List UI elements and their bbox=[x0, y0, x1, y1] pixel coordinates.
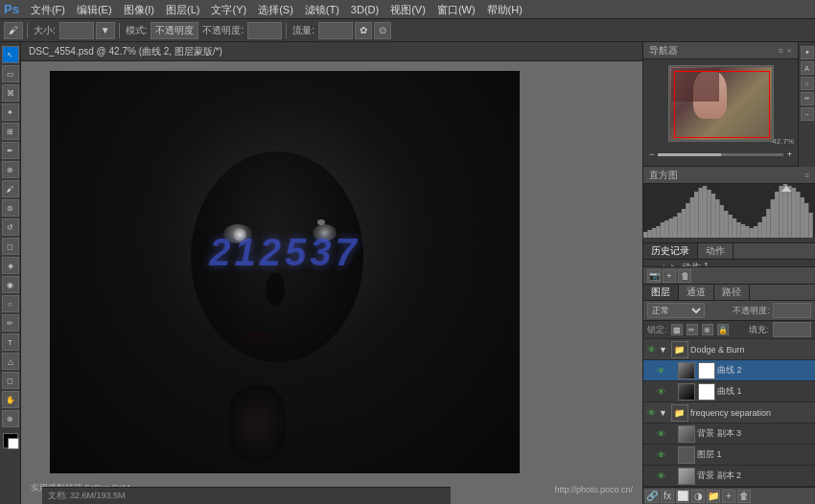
mini-tool-a[interactable]: A bbox=[801, 61, 814, 75]
tab-history[interactable]: 历史记录 bbox=[643, 243, 698, 259]
histogram-icons: ≡ bbox=[804, 171, 809, 180]
layers-fill-input[interactable]: 100% bbox=[773, 322, 811, 337]
menu-edit[interactable]: 编辑(E) bbox=[71, 0, 118, 19]
new-snapshot-btn[interactable]: 📷 bbox=[647, 269, 661, 283]
history-item-action1[interactable]: ✓ ▶ 动作 1 bbox=[643, 260, 815, 266]
layer-thumb-curve2 bbox=[678, 362, 695, 379]
zoom-in-icon[interactable]: + bbox=[787, 149, 792, 159]
histogram-menu-icon[interactable]: ≡ bbox=[804, 171, 809, 180]
layers-opacity-input[interactable]: 100% bbox=[773, 303, 811, 318]
lock-paint-btn[interactable]: ✏ bbox=[687, 324, 698, 335]
tool-heal[interactable]: ⊕ bbox=[2, 161, 19, 178]
menu-help[interactable]: 帮助(H) bbox=[481, 0, 528, 19]
navigator-menu-icon[interactable]: ≡ bbox=[778, 46, 782, 56]
blend-mode-select[interactable]: 正常 bbox=[647, 303, 705, 318]
menu-image[interactable]: 图像(I) bbox=[118, 0, 160, 19]
menu-view[interactable]: 视图(V) bbox=[384, 0, 431, 19]
layer-vis-5[interactable]: 👁 bbox=[655, 428, 666, 440]
canvas-filename: DSC_4554.psd @ 42.7% (曲线 2, 图层蒙版/*) bbox=[29, 45, 222, 58]
layer-vis-7[interactable]: 👁 bbox=[655, 470, 666, 482]
menu-file[interactable]: 文件(F) bbox=[25, 0, 71, 19]
tool-blur[interactable]: ◉ bbox=[2, 276, 19, 293]
lock-all-btn[interactable]: 🔒 bbox=[717, 324, 729, 335]
flow-input[interactable]: 100% bbox=[318, 22, 353, 39]
zoom-slider[interactable] bbox=[658, 153, 782, 156]
tool-path[interactable]: △ bbox=[2, 353, 19, 370]
menu-layer[interactable]: 图层(L) bbox=[160, 0, 205, 19]
delete-state-btn[interactable]: 🗑 bbox=[678, 269, 691, 283]
menu-3d[interactable]: 3D(D) bbox=[345, 0, 384, 19]
tool-pen[interactable]: ✏ bbox=[2, 314, 19, 332]
tool-shape[interactable]: ◻ bbox=[2, 372, 19, 389]
navigator-zoom-value: 42.7% bbox=[772, 137, 794, 146]
add-mask-btn[interactable]: ⬜ bbox=[676, 490, 689, 503]
tool-lasso[interactable]: ⌘ bbox=[2, 84, 19, 102]
mini-tool-brush2[interactable]: ✏ bbox=[801, 92, 814, 105]
svg-rect-15 bbox=[707, 190, 710, 238]
tool-move[interactable]: ↖ bbox=[2, 46, 19, 63]
canvas-content[interactable]: 212537 实用摄影技巧 FsBus.CoM http://photo.poc… bbox=[21, 61, 642, 504]
brush-tool-btn[interactable]: 🖌 bbox=[4, 22, 23, 39]
tab-layers[interactable]: 图层 bbox=[643, 285, 679, 300]
layer-vis-6[interactable]: 👁 bbox=[655, 449, 666, 461]
new-adj-layer-btn[interactable]: ◑ bbox=[691, 490, 705, 503]
zoom-out-icon[interactable]: − bbox=[649, 149, 654, 159]
tool-stamp[interactable]: ⊜ bbox=[2, 199, 19, 217]
tool-gradient[interactable]: ◈ bbox=[2, 257, 19, 274]
layer-vis-3[interactable]: 👁 bbox=[655, 386, 666, 398]
brush-preset-btn[interactable]: ▼ bbox=[96, 22, 115, 39]
pressure-btn[interactable]: ⊙ bbox=[374, 22, 391, 39]
add-style-btn[interactable]: fx bbox=[661, 490, 674, 503]
tool-wand[interactable]: ✦ bbox=[2, 103, 19, 121]
layer-group-freq-sep[interactable]: 👁 ▼ 📁 frequency separation bbox=[643, 402, 815, 424]
layer-bg-copy3[interactable]: 👁 背景 副本 3 bbox=[643, 424, 815, 445]
navigator-panel: 导航器 ≡ × 42.7% − bbox=[643, 42, 798, 167]
blend-mode-btn[interactable]: 不透明度 bbox=[151, 22, 198, 39]
foreground-color[interactable] bbox=[3, 433, 18, 448]
menu-filter[interactable]: 滤镜(T) bbox=[299, 0, 345, 19]
menu-select[interactable]: 选择(S) bbox=[252, 0, 299, 19]
new-layer-btn[interactable]: + bbox=[722, 490, 735, 503]
layer-vis-4[interactable]: 👁 bbox=[645, 407, 657, 419]
lock-transparent-btn[interactable]: ▩ bbox=[671, 324, 683, 335]
tool-text[interactable]: T bbox=[2, 333, 19, 351]
svg-rect-33 bbox=[783, 184, 787, 238]
tool-eraser[interactable]: ◻ bbox=[2, 238, 19, 255]
tool-marquee[interactable]: ▭ bbox=[2, 65, 19, 82]
opacity-input[interactable]: 84% bbox=[247, 22, 282, 39]
mini-tool-arrow[interactable]: → bbox=[801, 107, 814, 121]
navigator-close-icon[interactable]: × bbox=[787, 46, 792, 56]
tab-channels[interactable]: 通道 bbox=[679, 285, 714, 300]
layer-curve1[interactable]: 👁 曲线 1 bbox=[643, 381, 815, 402]
layer-curve2[interactable]: 👁 曲线 2 bbox=[643, 360, 815, 381]
svg-rect-6 bbox=[669, 218, 673, 238]
mini-tool-circle[interactable]: ○ bbox=[801, 77, 814, 90]
layer-vis-2[interactable]: 👁 bbox=[655, 365, 666, 377]
tool-crop[interactable]: ⊞ bbox=[2, 123, 19, 140]
menu-text[interactable]: 文字(Y) bbox=[205, 0, 252, 19]
lock-position-btn[interactable]: ⊕ bbox=[702, 324, 713, 335]
tab-paths[interactable]: 路径 bbox=[714, 285, 750, 300]
new-group-btn[interactable]: 📁 bbox=[707, 490, 720, 503]
layer-group-dodge-burn[interactable]: 👁 ▼ 📁 Dodge & Burn bbox=[643, 339, 815, 360]
link-layers-btn[interactable]: 🔗 bbox=[645, 490, 659, 503]
airbrush-btn[interactable]: ✿ bbox=[355, 22, 372, 39]
tool-brush[interactable]: 🖌 bbox=[2, 180, 19, 197]
layer-layer1[interactable]: 👁 图层 1 bbox=[643, 445, 815, 466]
brush-size-input[interactable]: 250 bbox=[59, 22, 94, 39]
create-new-btn[interactable]: + bbox=[663, 269, 676, 283]
delete-layer-btn[interactable]: 🗑 bbox=[737, 490, 751, 503]
tool-hand[interactable]: ✋ bbox=[2, 391, 19, 408]
tool-history[interactable]: ↺ bbox=[2, 218, 19, 236]
layer-vis-1[interactable]: 👁 bbox=[645, 344, 657, 355]
tab-actions[interactable]: 动作 bbox=[698, 243, 734, 259]
nav-viewport-box[interactable] bbox=[674, 71, 770, 138]
menu-window[interactable]: 窗口(W) bbox=[431, 0, 481, 19]
svg-rect-9 bbox=[682, 209, 686, 238]
mini-tool-star[interactable]: ✦ bbox=[801, 46, 814, 59]
background-color[interactable] bbox=[8, 438, 19, 449]
layer-bg-copy2[interactable]: 👁 背景 副本 2 bbox=[643, 466, 815, 487]
tool-eyedropper[interactable]: ✒ bbox=[2, 142, 19, 159]
tool-dodge[interactable]: ○ bbox=[2, 295, 19, 312]
tool-zoom[interactable]: ⊕ bbox=[2, 410, 19, 427]
